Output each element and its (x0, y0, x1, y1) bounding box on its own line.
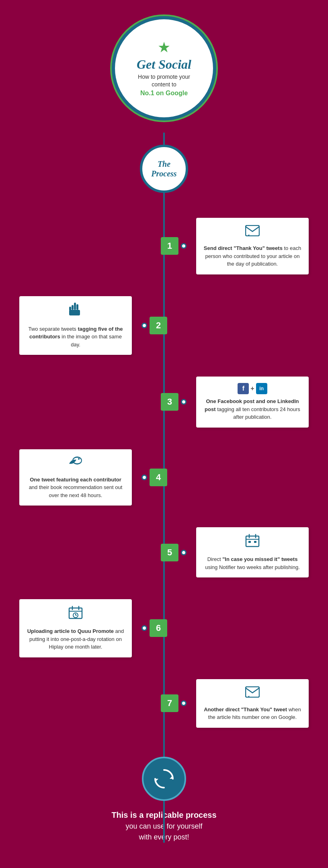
svg-rect-3 (76, 304, 78, 310)
step-4-icon (25, 456, 126, 473)
step-block-5: 5 Direct (19, 522, 309, 582)
header-circle: ★ Get Social How to promote your content… (112, 16, 216, 121)
step-5-badge: 5 (161, 544, 178, 561)
svg-rect-2 (74, 303, 76, 310)
step-6-card: Uploading article to Quuu Promote and pu… (19, 599, 132, 657)
step-6-icon (25, 606, 126, 624)
step-7-text: Another direct "Thank You" tweet when th… (202, 706, 303, 721)
timeline: The Process 1 (0, 133, 328, 843)
step-7-badge-area: 7 (158, 694, 190, 712)
step-4-card: One tweet featuring each contributor and… (19, 449, 132, 506)
step-block-2: Two separate tweets tagging five of the … (19, 291, 309, 360)
step-3-badge-area: 3 (158, 393, 190, 411)
step-row-6: Uploading article to Quuu Promote and pu… (19, 599, 309, 657)
step-block-3: 3 f + in One Facebook post and one Linke… (19, 372, 309, 432)
step-row-4: One tweet featuring each contributor and… (19, 449, 309, 506)
linkedin-icon: in (256, 383, 267, 394)
step-1-icon (202, 224, 303, 241)
step-block-6: Uploading article to Quuu Promote and pu… (19, 594, 309, 662)
step-5-card: Direct "In case you missed it" tweets us… (196, 527, 309, 577)
step-3-badge: 3 (161, 393, 178, 411)
step-3-card: f + in One Facebook post and one LinkedI… (196, 377, 309, 428)
step-1-badge-area: 1 (158, 237, 190, 255)
plus-icon: + (250, 384, 254, 393)
step-4-badge: 4 (150, 469, 167, 486)
step-2-text: Two separate tweets tagging five of the … (25, 325, 126, 349)
step-7-badge: 7 (161, 694, 178, 712)
step-block-7: 7 Another direct "Thank You" tweet when … (19, 674, 309, 733)
step-7-icon (202, 686, 303, 702)
step-row-7: 7 Another direct "Thank You" tweet when … (19, 679, 309, 728)
step-5-badge-area: 5 (158, 544, 190, 561)
svg-rect-16 (254, 541, 256, 543)
facebook-icon: f (238, 383, 249, 394)
process-circle: The Process (140, 145, 188, 193)
step-block-4: One tweet featuring each contributor and… (19, 444, 309, 511)
step-6-text: Uploading article to Quuu Promote and pu… (25, 627, 126, 651)
bottom-circle (142, 757, 186, 801)
svg-rect-11 (246, 536, 259, 547)
step-6-badge: 6 (150, 619, 167, 637)
step-2-dot (141, 323, 147, 328)
step-row-3: 3 f + in One Facebook post and one Linke… (19, 377, 309, 428)
step-row-2: Two separate tweets tagging five of the … (19, 296, 309, 355)
svg-rect-15 (248, 541, 251, 543)
step-row-1: 1 Send direct "Thank You" tweets to each… (19, 218, 309, 274)
step-2-card: Two separate tweets tagging five of the … (19, 296, 132, 355)
step-7-dot (181, 700, 187, 706)
step-5-dot (181, 550, 187, 555)
step-3-text: One Facebook post and one LinkedIn post … (202, 397, 303, 421)
step-6-dot (141, 625, 147, 631)
step-row-5: 5 Direct (19, 527, 309, 577)
step-1-dot (181, 243, 187, 249)
step-6-badge-area: 6 (138, 619, 170, 637)
process-title: The Process (151, 159, 176, 178)
step-3-icon: f + in (202, 383, 303, 394)
header-subtitle: How to promote your content to No.1 on G… (138, 73, 190, 98)
svg-rect-4 (72, 305, 74, 310)
step-2-badge-area: 2 (138, 317, 170, 334)
svg-point-10 (78, 458, 80, 460)
step-4-text: One tweet featuring each contributor and… (25, 476, 126, 500)
step-2-icon (25, 303, 126, 322)
step-4-badge-area: 4 (138, 469, 170, 486)
svg-rect-24 (246, 687, 259, 697)
step-block-1: 1 Send direct "Thank You" tweets to each… (19, 213, 309, 279)
step-4-dot (141, 475, 147, 480)
header-title: Get Social (137, 57, 191, 72)
svg-rect-0 (246, 225, 259, 236)
step-1-card: Send direct "Thank You" tweets to each p… (196, 218, 309, 274)
step-7-card: Another direct "Thank You" tweet when th… (196, 679, 309, 728)
svg-rect-6 (69, 310, 80, 315)
step-5-text: Direct "In case you missed it" tweets us… (202, 555, 303, 571)
step-2-badge: 2 (150, 317, 167, 334)
step-3-dot (181, 399, 187, 405)
header-section: ★ Get Social How to promote your content… (112, 16, 216, 133)
star-icon: ★ (158, 39, 170, 56)
step-1-badge: 1 (161, 237, 178, 255)
step-5-icon (202, 534, 303, 552)
step-1-text: Send direct "Thank You" tweets to each p… (202, 244, 303, 268)
